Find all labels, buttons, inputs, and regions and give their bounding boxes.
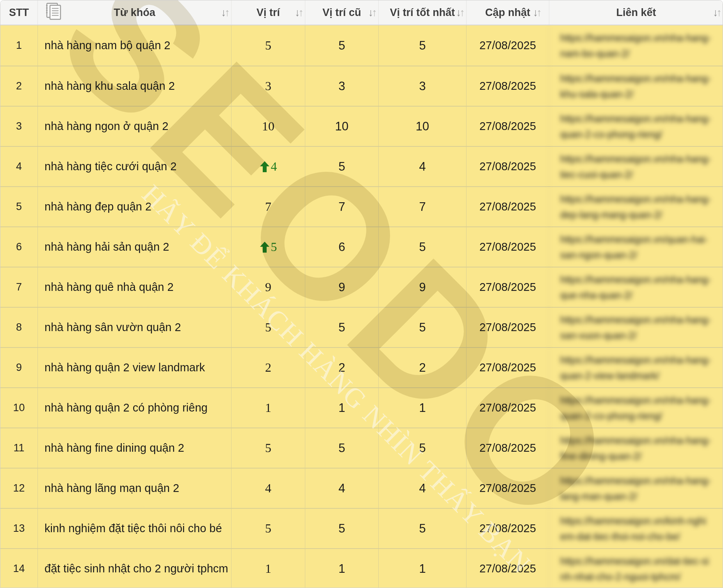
header-stt-label: STT xyxy=(9,7,29,19)
sort-icon[interactable]: ↓↑ xyxy=(712,7,721,19)
keyword-text: nhà hàng hải sản quận 2 xyxy=(37,227,231,267)
old-position-value: 1 xyxy=(305,549,378,588)
link-url[interactable]: https://hammesaigon.vn/nha-hang-lang-man… xyxy=(549,469,723,508)
keyword-text: nhà hàng sân vườn quận 2 xyxy=(37,308,231,347)
updated-date: 27/08/2025 xyxy=(466,509,549,548)
position-number: 5 xyxy=(265,441,271,455)
old-position-value: 4 xyxy=(305,469,378,508)
keyword-ranking-table: STT Từ khóa ↓↑ Vị trí ↓↑ Vị trí cũ ↓↑ Vị… xyxy=(0,0,723,588)
best-position-value: 7 xyxy=(378,187,466,226)
stt-value: 2 xyxy=(0,66,37,106)
updated-date: 27/08/2025 xyxy=(466,267,549,307)
updated-date: 27/08/2025 xyxy=(466,388,549,428)
old-position-value: 10 xyxy=(305,107,378,146)
stt-value: 9 xyxy=(0,348,37,387)
keyword-text: nhà hàng quê nhà quận 2 xyxy=(37,267,231,307)
best-position-value: 3 xyxy=(378,66,466,106)
table-row: 14 đặt tiệc sinh nhật cho 2 người tphcm … xyxy=(0,548,723,588)
link-url[interactable]: https://hammesaigon.vn/nha-hang-quan-2-c… xyxy=(549,388,723,428)
link-url[interactable]: https://hammesaigon.vn/nha-hang-fine-din… xyxy=(549,428,723,468)
keyword-text: nhà hàng đẹp quận 2 xyxy=(37,187,231,226)
header-position-label: Vị trí xyxy=(256,7,280,19)
link-url[interactable]: https://hammesaigon.vn/nha-hang-quan-2-v… xyxy=(549,348,723,387)
table-row: 7 nhà hàng quê nhà quận 2 9 9 9 27/08/20… xyxy=(0,267,723,307)
position-value: 7 xyxy=(231,187,305,226)
updated-date: 27/08/2025 xyxy=(466,308,549,347)
old-position-value: 3 xyxy=(305,66,378,106)
header-link-label: Liên kết xyxy=(616,7,656,19)
table-row: 6 nhà hàng hải sản quận 2 5 6 5 27/08/20… xyxy=(0,226,723,267)
best-position-value: 5 xyxy=(378,428,466,468)
position-value: 5 xyxy=(231,25,305,66)
old-position-value: 5 xyxy=(305,509,378,548)
link-url[interactable]: https://hammesaigon.vn/nha-hang-khu-sala… xyxy=(549,66,723,106)
position-value: 5 xyxy=(231,227,305,267)
position-number: 5 xyxy=(265,521,271,536)
updated-date: 27/08/2025 xyxy=(466,348,549,387)
link-url[interactable]: https://hammesaigon.vn/nha-hang-quan-2-c… xyxy=(549,107,723,146)
best-position-value: 9 xyxy=(378,267,466,307)
keyword-text: nhà hàng lãng mạn quận 2 xyxy=(37,469,231,508)
keyword-text: nhà hàng khu sala quận 2 xyxy=(37,66,231,106)
position-value: 9 xyxy=(231,267,305,307)
link-url[interactable]: https://hammesaigon.vn/dat-tiec-sinh-nha… xyxy=(549,549,723,588)
header-keyword-label: Từ khóa xyxy=(114,7,155,19)
header-old-position: Vị trí cũ ↓↑ xyxy=(305,0,378,25)
old-position-value: 5 xyxy=(305,308,378,347)
position-value: 4 xyxy=(231,469,305,508)
old-position-value: 7 xyxy=(305,187,378,226)
link-url[interactable]: https://hammesaigon.vn/nha-hang-dep-lang… xyxy=(549,187,723,226)
keyword-text: nhà hàng ngon ở quận 2 xyxy=(37,107,231,146)
keyword-text: đặt tiệc sinh nhật cho 2 người tphcm xyxy=(37,549,231,588)
keyword-text: nhà hàng quận 2 view landmark xyxy=(37,348,231,387)
table-row: 9 nhà hàng quận 2 view landmark 2 2 2 27… xyxy=(0,347,723,387)
sort-icon[interactable]: ↓↑ xyxy=(294,7,303,19)
header-position: Vị trí ↓↑ xyxy=(231,0,305,25)
sort-icon[interactable]: ↓↑ xyxy=(220,7,229,19)
sort-icon[interactable]: ↓↑ xyxy=(455,7,464,19)
link-url[interactable]: https://hammesaigon.vn/nha-hang-que-nha-… xyxy=(549,267,723,307)
best-position-value: 5 xyxy=(378,308,466,347)
position-value: 5 xyxy=(231,509,305,548)
link-url[interactable]: https://hammesaigon.vn/kinh-nghiem-dat-t… xyxy=(549,509,723,548)
old-position-value: 5 xyxy=(305,147,378,186)
stt-value: 6 xyxy=(0,227,37,267)
sort-icon[interactable]: ↓↑ xyxy=(532,7,541,19)
best-position-value: 4 xyxy=(378,469,466,508)
table-row: 5 nhà hàng đẹp quận 2 7 7 7 27/08/2025 h… xyxy=(0,186,723,226)
table-row: 3 nhà hàng ngon ở quận 2 10 10 10 27/08/… xyxy=(0,106,723,146)
position-number: 1 xyxy=(265,561,271,576)
best-position-value: 5 xyxy=(378,25,466,66)
header-link: Liên kết ↓↑ xyxy=(549,0,723,25)
position-value: 5 xyxy=(231,428,305,468)
best-position-value: 1 xyxy=(378,549,466,588)
keyword-text: nhà hàng nam bộ quận 2 xyxy=(37,25,231,66)
link-url[interactable]: https://hammesaigon.vn/nha-hang-nam-bo-q… xyxy=(549,25,723,66)
header-keyword: Từ khóa ↓↑ xyxy=(37,0,231,25)
link-url[interactable]: https://hammesaigon.vn/nha-hang-san-vuon… xyxy=(549,308,723,347)
header-old-position-label: Vị trí cũ xyxy=(322,7,361,19)
table-row: 11 nhà hàng fine dining quận 2 5 5 5 27/… xyxy=(0,428,723,468)
arrow-up-icon xyxy=(260,161,270,173)
best-position-value: 1 xyxy=(378,388,466,428)
updated-date: 27/08/2025 xyxy=(466,187,549,226)
position-number: 5 xyxy=(265,38,271,53)
sort-icon[interactable]: ↓↑ xyxy=(367,7,376,19)
best-position-value: 10 xyxy=(378,107,466,146)
header-best-position-label: Vị trí tốt nhất xyxy=(390,7,455,19)
position-value: 1 xyxy=(231,388,305,428)
table-header: STT Từ khóa ↓↑ Vị trí ↓↑ Vị trí cũ ↓↑ Vị… xyxy=(0,0,723,25)
old-position-value: 9 xyxy=(305,267,378,307)
old-position-value: 5 xyxy=(305,428,378,468)
position-number: 1 xyxy=(265,401,271,415)
position-number: 9 xyxy=(265,280,271,294)
updated-date: 27/08/2025 xyxy=(466,25,549,66)
stt-value: 3 xyxy=(0,107,37,146)
link-url[interactable]: https://hammesaigon.vn/quan-hai-san-ngon… xyxy=(549,227,723,267)
old-position-value: 6 xyxy=(305,227,378,267)
old-position-value: 5 xyxy=(305,25,378,66)
position-value: 4 xyxy=(231,147,305,186)
arrow-up-icon xyxy=(260,241,270,253)
link-url[interactable]: https://hammesaigon.vn/nha-hang-tiec-cuo… xyxy=(549,147,723,186)
stt-value: 4 xyxy=(0,147,37,186)
